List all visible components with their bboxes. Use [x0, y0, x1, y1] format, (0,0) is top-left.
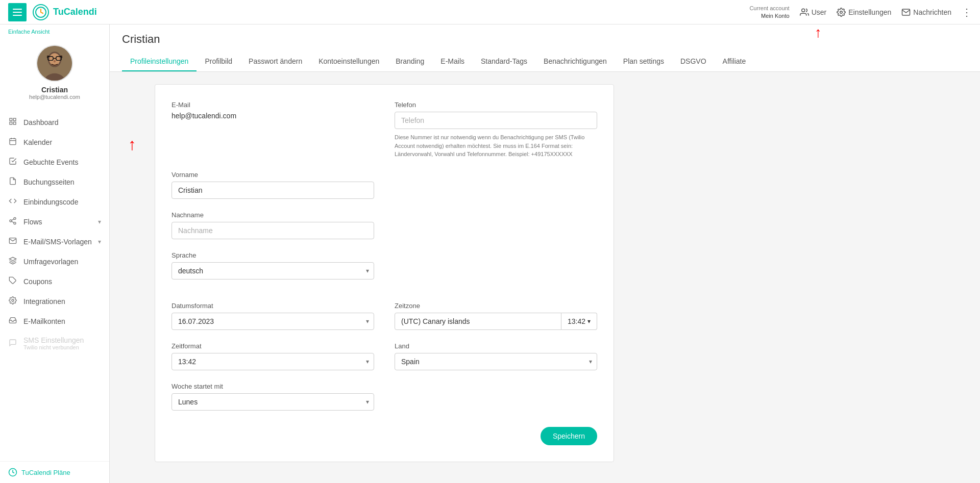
- user-nav-item[interactable]: User: [800, 8, 827, 17]
- land-select[interactable]: Spain Germany France United Kingdom: [395, 353, 597, 370]
- sidebar-item-label: E-Mailkonten: [23, 317, 65, 325]
- sidebar-user-email: help@tucalendi.com: [29, 94, 80, 100]
- hamburger-button[interactable]: [8, 3, 27, 21]
- zeitformat-col: Zeitformat 13:42 1:42 PM ▾: [172, 342, 374, 370]
- zeitzone-time[interactable]: 13:42 ▾: [561, 313, 597, 330]
- svg-point-12: [54, 60, 56, 63]
- vorname-input[interactable]: [172, 182, 374, 199]
- email-telefon-row: E-Mail help@tucalendi.com Telefon Diese …: [172, 101, 597, 159]
- woche-select-wrapper: Lunes Domingo Sabado ▾: [172, 393, 374, 411]
- sidebar-item-label: SMS Einstellungen: [23, 336, 84, 344]
- telefon-col: Telefon Diese Nummer ist nur notwendig w…: [395, 101, 597, 159]
- sidebar-item-dashboard[interactable]: Dashboard: [0, 112, 109, 132]
- tab-emails[interactable]: E-Mails: [432, 52, 473, 71]
- vorname-col: Vorname: [172, 171, 374, 199]
- email-value: help@tucalendi.com: [172, 112, 374, 120]
- svg-point-5: [840, 11, 843, 13]
- tab-profileinstellungen[interactable]: Profileinstellungen: [122, 52, 197, 71]
- zeitzone-select[interactable]: (UTC) Canary islands (UTC+1) Berlin (UTC…: [395, 313, 561, 330]
- email-col: E-Mail help@tucalendi.com: [172, 101, 374, 159]
- svg-point-33: [12, 299, 14, 301]
- svg-point-28: [14, 222, 16, 224]
- settings-nav-item[interactable]: Einstellungen: [837, 8, 891, 17]
- nachname-input[interactable]: [172, 222, 374, 239]
- telefon-note: Diese Nummer ist nur notwendig wenn du B…: [395, 133, 597, 159]
- tab-profilbild[interactable]: Profilbild: [197, 52, 240, 71]
- tab-dsgvo[interactable]: DSGVO: [672, 52, 715, 71]
- tab-kontoeinstellungen[interactable]: Kontoeinstellungen: [310, 52, 387, 71]
- tab-passwort[interactable]: Passwort ändern: [240, 52, 310, 71]
- svg-rect-2: [13, 15, 22, 16]
- topbar-right: Current account Mein Konto User Einstell…: [749, 5, 972, 19]
- svg-line-30: [12, 219, 14, 220]
- sidebar-item-gebuchte-events[interactable]: Gebuchte Events: [0, 152, 109, 172]
- svg-line-29: [12, 221, 14, 223]
- more-options-button[interactable]: ⋮: [962, 6, 972, 18]
- sidebar-item-kalender[interactable]: Kalender: [0, 132, 109, 152]
- sidebar-item-email-sms[interactable]: E-Mail/SMS-Vorlagen ▾: [0, 232, 109, 251]
- svg-point-26: [14, 217, 16, 219]
- zeitzone-label: Zeitzone: [395, 302, 597, 310]
- empty-col-right2: [395, 211, 597, 239]
- zeitzone-col: Zeitzone (UTC) Canary islands (UTC+1) Be…: [395, 302, 597, 330]
- logo[interactable]: TuCalendi: [33, 4, 97, 20]
- woche-row: Woche startet mit Lunes Domingo Sabado ▾: [172, 383, 597, 411]
- sidebar-item-umfragevorlagen[interactable]: Umfragevorlagen: [0, 251, 109, 271]
- sprache-col: Sprache deutsch English Español Français…: [172, 251, 374, 279]
- settings-label: Einstellungen: [848, 8, 891, 16]
- datumsformat-select[interactable]: 16.07.2023 07/16/2023 2023-07-16: [172, 313, 374, 330]
- svg-point-8: [50, 53, 60, 66]
- content-area: ↑ E-Mail help@tucalendi.com Telefon Dies…: [110, 72, 980, 474]
- sidebar-item-coupons[interactable]: Coupons: [0, 271, 109, 291]
- tab-standard-tags[interactable]: Standard-Tags: [473, 52, 535, 71]
- tabs-bar: Profileinstellungen Profilbild Passwort …: [122, 52, 968, 71]
- nachname-col: Nachname: [172, 211, 374, 239]
- svg-point-27: [10, 220, 12, 222]
- sidebar-item-label: Flows: [23, 218, 42, 226]
- zeitzone-time-value: 13:42: [568, 317, 585, 325]
- sidebar-item-label: E-Mail/SMS-Vorlagen: [23, 238, 92, 246]
- tab-plan-settings[interactable]: Plan settings: [615, 52, 672, 71]
- sidebar-item-label: Kalender: [23, 138, 52, 146]
- layers-icon: [8, 257, 17, 266]
- zeitformat-select[interactable]: 13:42 1:42 PM: [172, 353, 374, 370]
- avatar: [36, 45, 73, 82]
- vorname-row: Vorname: [172, 171, 597, 199]
- chevron-down-icon: ▾: [98, 238, 101, 245]
- sidebar-item-label: Gebuchte Events: [23, 158, 78, 166]
- sprache-select[interactable]: deutsch English Español Français: [172, 262, 374, 279]
- tab-affiliate[interactable]: Affiliate: [715, 52, 754, 71]
- sidebar-item-label: Umfragevorlagen: [23, 258, 78, 266]
- share-icon: [8, 217, 17, 226]
- svg-rect-1: [13, 12, 22, 13]
- left-indicator: ↑: [122, 84, 142, 462]
- sidebar-item-emailkonten[interactable]: E-Mailkonten: [0, 311, 109, 331]
- messages-nav-item[interactable]: Nachrichten: [901, 8, 951, 17]
- topbar: TuCalendi Current account Mein Konto Use…: [0, 0, 980, 24]
- tab-branding[interactable]: Branding: [387, 52, 432, 71]
- sidebar-item-flows[interactable]: Flows ▾: [0, 212, 109, 232]
- sidebar-item-buchungsseiten[interactable]: Buchungsseiten: [0, 172, 109, 192]
- tab-benachrichtigungen[interactable]: Benachrichtigungen: [535, 52, 615, 71]
- simple-view-link[interactable]: Einfache Ansicht: [0, 24, 109, 39]
- svg-rect-21: [10, 122, 12, 124]
- woche-col: Woche startet mit Lunes Domingo Sabado ▾: [172, 383, 374, 411]
- user-label: User: [812, 8, 827, 16]
- sidebar-item-sms-settings[interactable]: SMS Einstellungen Twilio nicht verbunden: [0, 331, 109, 355]
- plans-link[interactable]: TuCalendi Pläne: [8, 468, 101, 477]
- nachname-label: Nachname: [172, 211, 374, 219]
- datumsformat-select-wrapper: 16.07.2023 07/16/2023 2023-07-16 ▾: [172, 313, 374, 330]
- sidebar-item-label: Coupons: [23, 277, 52, 286]
- zeitformat-label: Zeitformat: [172, 342, 374, 350]
- save-button[interactable]: Speichern: [541, 427, 597, 445]
- telefon-input[interactable]: [395, 112, 597, 129]
- sidebar-item-integrationen[interactable]: Integrationen: [0, 291, 109, 311]
- grid-icon: [8, 117, 17, 127]
- svg-rect-18: [10, 118, 12, 121]
- svg-rect-19: [13, 118, 16, 121]
- telefon-label: Telefon: [395, 101, 597, 109]
- tag-icon: [8, 276, 17, 286]
- sidebar-item-einbindungscode[interactable]: Einbindungscode: [0, 192, 109, 212]
- sidebar-item-label: Dashboard: [23, 118, 59, 126]
- woche-select[interactable]: Lunes Domingo Sabado: [172, 393, 374, 411]
